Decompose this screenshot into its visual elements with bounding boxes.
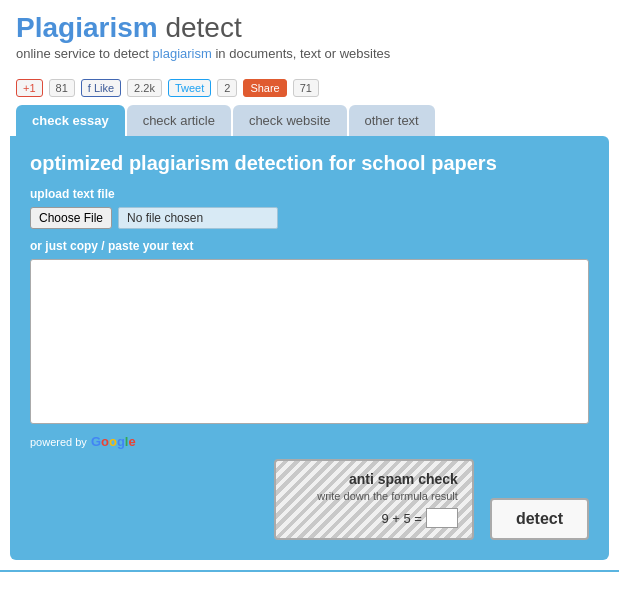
header: Plagiarism detect online service to dete… — [0, 0, 619, 75]
facebook-count: 2.2k — [127, 79, 162, 97]
choose-file-button[interactable]: Choose File — [30, 207, 112, 229]
card-title: optimized plagiarism detection for schoo… — [30, 152, 589, 175]
tab-check-website[interactable]: check website — [233, 105, 347, 136]
share-count: 71 — [293, 79, 319, 97]
page-title: Plagiarism detect — [16, 12, 603, 44]
anti-spam-input[interactable] — [426, 508, 458, 528]
share-label: Share — [250, 82, 279, 94]
upload-label: upload text file — [30, 187, 589, 201]
gplus-button[interactable]: +1 — [16, 79, 43, 97]
tab-other-text[interactable]: other text — [349, 105, 435, 136]
anti-spam-formula: 9 + 5 = — [290, 508, 458, 528]
file-upload-row: Choose File No file chosen — [30, 207, 589, 229]
tabs: check essay check article check website … — [0, 105, 619, 136]
file-name-display: No file chosen — [118, 207, 278, 229]
powered-by: powered by Google — [30, 434, 589, 449]
facebook-label: f Like — [88, 82, 114, 94]
share-button[interactable]: Share — [243, 79, 286, 97]
formula-text: 9 + 5 = — [381, 511, 421, 526]
title-rest: detect — [158, 12, 242, 43]
anti-spam-subtitle: write down the formula result — [290, 490, 458, 502]
twitter-label: Tweet — [175, 82, 204, 94]
google-logo: Google — [91, 434, 136, 449]
anti-spam-box: anti spam check write down the formula r… — [274, 459, 474, 540]
page-subtitle: online service to detect plagiarism in d… — [16, 46, 603, 61]
tab-check-article[interactable]: check article — [127, 105, 231, 136]
anti-spam-title: anti spam check — [290, 471, 458, 487]
main-card: optimized plagiarism detection for schoo… — [10, 136, 609, 560]
social-bar: +1 81 f Like 2.2k Tweet 2 Share 71 — [0, 75, 619, 105]
detect-button[interactable]: detect — [490, 498, 589, 540]
gplus-count: 81 — [49, 79, 75, 97]
twitter-count: 2 — [217, 79, 237, 97]
bottom-row: anti spam check write down the formula r… — [30, 459, 589, 540]
twitter-button[interactable]: Tweet — [168, 79, 211, 97]
page-wrapper: Plagiarism detect online service to dete… — [0, 0, 619, 590]
bottom-divider — [0, 570, 619, 572]
facebook-button[interactable]: f Like — [81, 79, 121, 97]
tab-check-essay[interactable]: check essay — [16, 105, 125, 136]
title-bold: Plagiarism — [16, 12, 158, 43]
paste-label: or just copy / paste your text — [30, 239, 589, 253]
paste-textarea[interactable] — [30, 259, 589, 424]
gplus-label: +1 — [23, 82, 36, 94]
